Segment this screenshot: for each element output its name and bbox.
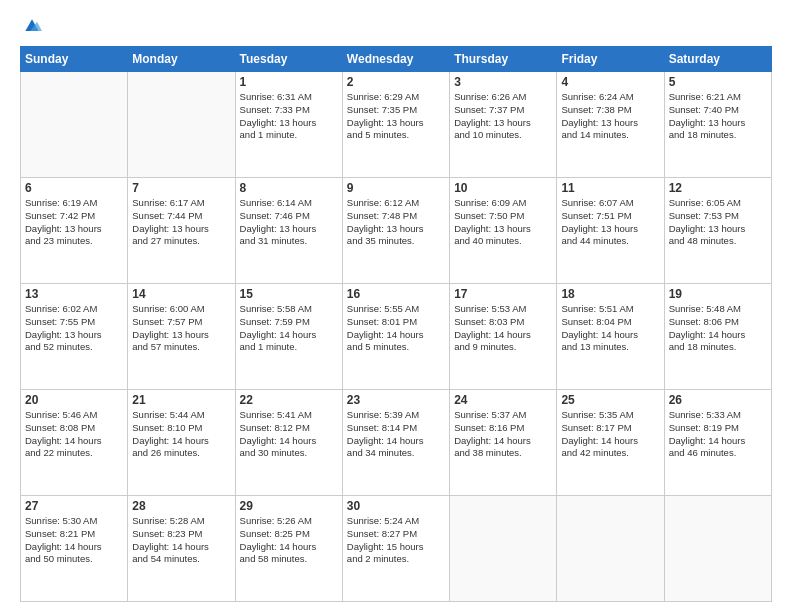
calendar-cell: 3Sunrise: 6:26 AM Sunset: 7:37 PM Daylig… bbox=[450, 72, 557, 178]
logo-icon bbox=[22, 16, 42, 36]
calendar-cell: 15Sunrise: 5:58 AM Sunset: 7:59 PM Dayli… bbox=[235, 284, 342, 390]
day-number: 8 bbox=[240, 181, 338, 195]
day-info: Sunrise: 6:19 AM Sunset: 7:42 PM Dayligh… bbox=[25, 197, 123, 248]
day-number: 4 bbox=[561, 75, 659, 89]
day-number: 11 bbox=[561, 181, 659, 195]
day-info: Sunrise: 5:48 AM Sunset: 8:06 PM Dayligh… bbox=[669, 303, 767, 354]
calendar-cell: 30Sunrise: 5:24 AM Sunset: 8:27 PM Dayli… bbox=[342, 496, 449, 602]
day-info: Sunrise: 6:21 AM Sunset: 7:40 PM Dayligh… bbox=[669, 91, 767, 142]
calendar-cell bbox=[557, 496, 664, 602]
day-info: Sunrise: 5:30 AM Sunset: 8:21 PM Dayligh… bbox=[25, 515, 123, 566]
calendar-table: SundayMondayTuesdayWednesdayThursdayFrid… bbox=[20, 46, 772, 602]
day-info: Sunrise: 5:39 AM Sunset: 8:14 PM Dayligh… bbox=[347, 409, 445, 460]
day-info: Sunrise: 6:02 AM Sunset: 7:55 PM Dayligh… bbox=[25, 303, 123, 354]
day-number: 5 bbox=[669, 75, 767, 89]
day-info: Sunrise: 5:24 AM Sunset: 8:27 PM Dayligh… bbox=[347, 515, 445, 566]
calendar-cell: 24Sunrise: 5:37 AM Sunset: 8:16 PM Dayli… bbox=[450, 390, 557, 496]
calendar-cell: 29Sunrise: 5:26 AM Sunset: 8:25 PM Dayli… bbox=[235, 496, 342, 602]
calendar-cell: 18Sunrise: 5:51 AM Sunset: 8:04 PM Dayli… bbox=[557, 284, 664, 390]
day-number: 9 bbox=[347, 181, 445, 195]
day-info: Sunrise: 5:41 AM Sunset: 8:12 PM Dayligh… bbox=[240, 409, 338, 460]
day-info: Sunrise: 6:00 AM Sunset: 7:57 PM Dayligh… bbox=[132, 303, 230, 354]
day-info: Sunrise: 5:46 AM Sunset: 8:08 PM Dayligh… bbox=[25, 409, 123, 460]
day-info: Sunrise: 5:28 AM Sunset: 8:23 PM Dayligh… bbox=[132, 515, 230, 566]
day-number: 23 bbox=[347, 393, 445, 407]
day-info: Sunrise: 5:58 AM Sunset: 7:59 PM Dayligh… bbox=[240, 303, 338, 354]
day-number: 28 bbox=[132, 499, 230, 513]
day-info: Sunrise: 5:55 AM Sunset: 8:01 PM Dayligh… bbox=[347, 303, 445, 354]
day-info: Sunrise: 5:33 AM Sunset: 8:19 PM Dayligh… bbox=[669, 409, 767, 460]
day-number: 25 bbox=[561, 393, 659, 407]
calendar-cell: 2Sunrise: 6:29 AM Sunset: 7:35 PM Daylig… bbox=[342, 72, 449, 178]
day-number: 6 bbox=[25, 181, 123, 195]
day-number: 2 bbox=[347, 75, 445, 89]
day-number: 30 bbox=[347, 499, 445, 513]
calendar-cell: 16Sunrise: 5:55 AM Sunset: 8:01 PM Dayli… bbox=[342, 284, 449, 390]
calendar-cell: 28Sunrise: 5:28 AM Sunset: 8:23 PM Dayli… bbox=[128, 496, 235, 602]
day-info: Sunrise: 5:35 AM Sunset: 8:17 PM Dayligh… bbox=[561, 409, 659, 460]
day-info: Sunrise: 5:26 AM Sunset: 8:25 PM Dayligh… bbox=[240, 515, 338, 566]
weekday-thursday: Thursday bbox=[450, 47, 557, 72]
calendar-cell: 27Sunrise: 5:30 AM Sunset: 8:21 PM Dayli… bbox=[21, 496, 128, 602]
day-info: Sunrise: 6:09 AM Sunset: 7:50 PM Dayligh… bbox=[454, 197, 552, 248]
week-row-4: 27Sunrise: 5:30 AM Sunset: 8:21 PM Dayli… bbox=[21, 496, 772, 602]
day-number: 13 bbox=[25, 287, 123, 301]
calendar-cell: 21Sunrise: 5:44 AM Sunset: 8:10 PM Dayli… bbox=[128, 390, 235, 496]
calendar-cell: 17Sunrise: 5:53 AM Sunset: 8:03 PM Dayli… bbox=[450, 284, 557, 390]
weekday-monday: Monday bbox=[128, 47, 235, 72]
day-info: Sunrise: 6:24 AM Sunset: 7:38 PM Dayligh… bbox=[561, 91, 659, 142]
page: SundayMondayTuesdayWednesdayThursdayFrid… bbox=[0, 0, 792, 612]
day-number: 26 bbox=[669, 393, 767, 407]
calendar-cell: 22Sunrise: 5:41 AM Sunset: 8:12 PM Dayli… bbox=[235, 390, 342, 496]
calendar-cell: 12Sunrise: 6:05 AM Sunset: 7:53 PM Dayli… bbox=[664, 178, 771, 284]
day-number: 14 bbox=[132, 287, 230, 301]
calendar-cell: 8Sunrise: 6:14 AM Sunset: 7:46 PM Daylig… bbox=[235, 178, 342, 284]
day-number: 18 bbox=[561, 287, 659, 301]
weekday-friday: Friday bbox=[557, 47, 664, 72]
calendar-cell: 19Sunrise: 5:48 AM Sunset: 8:06 PM Dayli… bbox=[664, 284, 771, 390]
day-number: 12 bbox=[669, 181, 767, 195]
calendar-cell: 9Sunrise: 6:12 AM Sunset: 7:48 PM Daylig… bbox=[342, 178, 449, 284]
logo-text bbox=[20, 16, 42, 36]
week-row-1: 6Sunrise: 6:19 AM Sunset: 7:42 PM Daylig… bbox=[21, 178, 772, 284]
day-number: 16 bbox=[347, 287, 445, 301]
day-info: Sunrise: 5:51 AM Sunset: 8:04 PM Dayligh… bbox=[561, 303, 659, 354]
calendar-cell: 25Sunrise: 5:35 AM Sunset: 8:17 PM Dayli… bbox=[557, 390, 664, 496]
day-info: Sunrise: 5:37 AM Sunset: 8:16 PM Dayligh… bbox=[454, 409, 552, 460]
day-number: 7 bbox=[132, 181, 230, 195]
weekday-sunday: Sunday bbox=[21, 47, 128, 72]
day-number: 27 bbox=[25, 499, 123, 513]
weekday-wednesday: Wednesday bbox=[342, 47, 449, 72]
calendar-cell: 23Sunrise: 5:39 AM Sunset: 8:14 PM Dayli… bbox=[342, 390, 449, 496]
day-info: Sunrise: 6:29 AM Sunset: 7:35 PM Dayligh… bbox=[347, 91, 445, 142]
week-row-3: 20Sunrise: 5:46 AM Sunset: 8:08 PM Dayli… bbox=[21, 390, 772, 496]
logo bbox=[20, 16, 42, 36]
day-number: 19 bbox=[669, 287, 767, 301]
day-info: Sunrise: 6:31 AM Sunset: 7:33 PM Dayligh… bbox=[240, 91, 338, 142]
calendar-cell: 11Sunrise: 6:07 AM Sunset: 7:51 PM Dayli… bbox=[557, 178, 664, 284]
calendar-cell bbox=[21, 72, 128, 178]
calendar-cell: 1Sunrise: 6:31 AM Sunset: 7:33 PM Daylig… bbox=[235, 72, 342, 178]
day-number: 24 bbox=[454, 393, 552, 407]
day-number: 29 bbox=[240, 499, 338, 513]
calendar-cell: 7Sunrise: 6:17 AM Sunset: 7:44 PM Daylig… bbox=[128, 178, 235, 284]
calendar-cell bbox=[128, 72, 235, 178]
day-info: Sunrise: 5:44 AM Sunset: 8:10 PM Dayligh… bbox=[132, 409, 230, 460]
day-number: 22 bbox=[240, 393, 338, 407]
day-info: Sunrise: 5:53 AM Sunset: 8:03 PM Dayligh… bbox=[454, 303, 552, 354]
weekday-saturday: Saturday bbox=[664, 47, 771, 72]
calendar-cell: 10Sunrise: 6:09 AM Sunset: 7:50 PM Dayli… bbox=[450, 178, 557, 284]
day-info: Sunrise: 6:07 AM Sunset: 7:51 PM Dayligh… bbox=[561, 197, 659, 248]
calendar-cell bbox=[450, 496, 557, 602]
calendar-cell bbox=[664, 496, 771, 602]
day-info: Sunrise: 6:17 AM Sunset: 7:44 PM Dayligh… bbox=[132, 197, 230, 248]
calendar-cell: 13Sunrise: 6:02 AM Sunset: 7:55 PM Dayli… bbox=[21, 284, 128, 390]
day-number: 17 bbox=[454, 287, 552, 301]
week-row-2: 13Sunrise: 6:02 AM Sunset: 7:55 PM Dayli… bbox=[21, 284, 772, 390]
day-info: Sunrise: 6:05 AM Sunset: 7:53 PM Dayligh… bbox=[669, 197, 767, 248]
weekday-tuesday: Tuesday bbox=[235, 47, 342, 72]
day-info: Sunrise: 6:12 AM Sunset: 7:48 PM Dayligh… bbox=[347, 197, 445, 248]
day-info: Sunrise: 6:26 AM Sunset: 7:37 PM Dayligh… bbox=[454, 91, 552, 142]
day-info: Sunrise: 6:14 AM Sunset: 7:46 PM Dayligh… bbox=[240, 197, 338, 248]
day-number: 15 bbox=[240, 287, 338, 301]
